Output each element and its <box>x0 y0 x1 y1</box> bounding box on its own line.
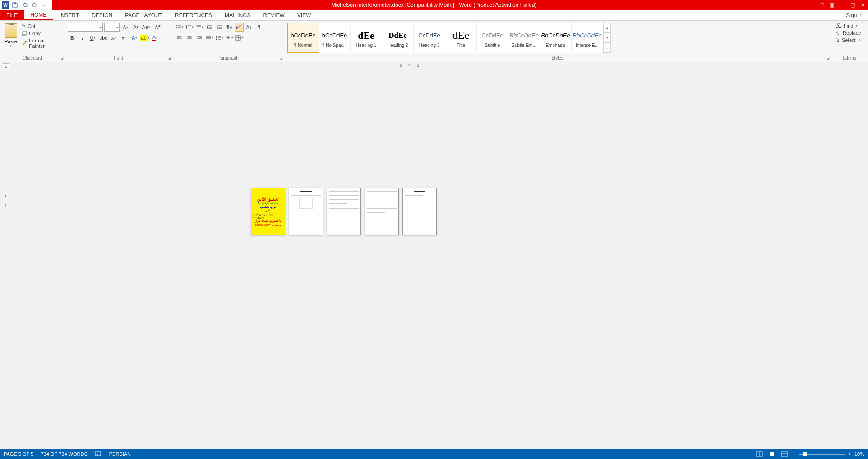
group-styles: bCcDdEe¶ Normal bCcDdEe¶ No Spac... dEeH… <box>284 21 831 62</box>
minimize-button[interactable]: — <box>840 2 845 8</box>
tab-view[interactable]: VIEW <box>291 10 318 20</box>
paste-button[interactable]: Paste ▾ <box>3 23 19 55</box>
tab-home[interactable]: HOME <box>24 10 53 20</box>
cut-button[interactable]: ✂ Cut <box>21 23 62 29</box>
vertical-ruler[interactable]: 2 4 6 8 <box>2 193 9 227</box>
paste-label: Paste <box>5 39 17 44</box>
tab-design[interactable]: DESIGN <box>85 10 119 20</box>
style-subtle-emphasis[interactable]: BbCcDdEeSubtle Em... <box>508 23 540 53</box>
document-area[interactable]: 2 4 6 8 تحقیق آنلاین Tahghighonline.ir م… <box>0 72 868 449</box>
line-spacing-button[interactable] <box>215 33 224 42</box>
styles-launcher[interactable]: ◢ <box>826 56 829 60</box>
tab-review[interactable]: REVIEW <box>257 10 291 20</box>
subscript-button[interactable]: x2 <box>109 33 118 42</box>
undo-button[interactable] <box>21 1 29 9</box>
numbering-button[interactable]: 12 <box>185 23 194 32</box>
shading-button[interactable] <box>225 33 234 42</box>
change-case-button[interactable]: Aa <box>142 23 151 32</box>
underline-button[interactable]: U <box>88 33 97 42</box>
style-emphasis[interactable]: BbCcDdEeEmphasis <box>540 23 572 53</box>
replace-button[interactable]: abac Replace <box>834 30 865 36</box>
bullets-button[interactable] <box>175 23 184 32</box>
superscript-button[interactable]: x2 <box>120 33 129 42</box>
style-subtitle[interactable]: CcDdEeSubtitle <box>477 23 508 53</box>
clear-formatting-button[interactable]: A◢ <box>152 23 161 32</box>
align-right-button[interactable] <box>195 33 204 42</box>
zoom-in-button[interactable]: + <box>848 451 851 457</box>
language-status[interactable]: PERSIAN <box>109 451 131 457</box>
align-center-button[interactable] <box>185 33 194 42</box>
spellcheck-icon[interactable] <box>95 451 102 457</box>
style-intense-emphasis[interactable]: BbCcDdEeIntense E... <box>572 23 603 53</box>
paragraph-launcher[interactable]: ◢ <box>280 56 282 60</box>
shrink-font-button[interactable]: A▾ <box>131 23 140 32</box>
print-layout-button[interactable] <box>767 450 776 458</box>
brush-icon <box>22 41 27 46</box>
font-launcher[interactable]: ◢ <box>168 56 171 60</box>
zoom-out-button[interactable]: − <box>793 451 795 457</box>
read-mode-button[interactable] <box>755 450 764 458</box>
page-5[interactable] <box>402 188 437 235</box>
qat-customize-button[interactable]: ▾ <box>41 1 49 9</box>
word-count[interactable]: 734 OF 734 WORDS <box>41 451 87 457</box>
page-3[interactable] <box>327 188 361 235</box>
grow-font-button[interactable]: A▴ <box>121 23 130 32</box>
align-left-button[interactable] <box>175 33 184 42</box>
tab-mailings[interactable]: MAILINGS <box>218 10 257 20</box>
highlight-button[interactable]: ab <box>140 33 149 42</box>
font-name-combo[interactable]: ▾ <box>68 23 103 32</box>
ltr-button[interactable]: ¶◂ <box>225 23 234 32</box>
bold-button[interactable]: B <box>68 33 77 42</box>
tab-insert[interactable]: INSERT <box>53 10 85 20</box>
borders-button[interactable] <box>235 33 244 42</box>
page-4[interactable] <box>365 188 399 235</box>
show-marks-button[interactable]: ¶ <box>254 23 263 32</box>
ribbon: Paste ▾ ✂ Cut Copy Format Painter Clipbo… <box>0 21 868 62</box>
font-color-button[interactable]: A <box>151 33 160 42</box>
tab-file[interactable]: FILE <box>0 10 24 20</box>
style-heading3[interactable]: CcDdEeHeading 3 <box>414 23 445 53</box>
style-normal[interactable]: bCcDdEe¶ Normal <box>287 23 319 53</box>
style-scroll-up[interactable]: ▴ <box>604 23 610 33</box>
help-button[interactable]: ? <box>821 2 824 8</box>
strikethrough-button[interactable]: abc <box>99 33 108 42</box>
style-nospacing[interactable]: bCcDdEe¶ No Spac... <box>319 23 351 53</box>
web-layout-button[interactable] <box>780 450 789 458</box>
clipboard-launcher[interactable]: ◢ <box>60 56 63 60</box>
horizontal-ruler[interactable]: 6 4 2 <box>400 63 419 68</box>
copy-button[interactable]: Copy <box>21 30 62 37</box>
page-status[interactable]: PAGE 5 OF 5 <box>4 451 33 457</box>
svg-rect-45 <box>770 452 774 456</box>
style-title[interactable]: dEeTitle <box>445 23 477 53</box>
multilevel-list-button[interactable] <box>195 23 204 32</box>
collapse-ribbon-button[interactable]: ⌃ <box>861 21 864 26</box>
maximize-button[interactable]: ▢ <box>850 2 855 8</box>
text-effects-button[interactable]: A <box>130 33 139 42</box>
group-font: ▾ ▾ A▴ A▾ Aa A◢ B I U abc x2 x2 A ab A F… <box>65 21 172 62</box>
signin-link[interactable]: Sign in <box>846 12 863 18</box>
rtl-button[interactable]: ▸¶ <box>235 23 244 32</box>
font-size-combo[interactable]: ▾ <box>104 23 120 32</box>
style-heading1[interactable]: dEeHeading 1 <box>351 23 382 53</box>
tab-page-layout[interactable]: PAGE LAYOUT <box>119 10 169 20</box>
decrease-indent-button[interactable] <box>205 23 214 32</box>
style-scroll-down[interactable]: ▾ <box>604 33 610 43</box>
tab-selector[interactable]: L <box>3 63 9 69</box>
zoom-level[interactable]: 10% <box>854 451 864 457</box>
increase-indent-button[interactable] <box>215 23 224 32</box>
ribbon-display-button[interactable]: ▣ <box>829 2 834 8</box>
style-expand[interactable]: ⌄ <box>604 43 610 53</box>
close-button[interactable]: ✕ <box>861 2 865 8</box>
justify-button[interactable] <box>205 33 214 42</box>
page-2[interactable] <box>289 188 323 235</box>
style-heading2[interactable]: DdEeHeading 2 <box>382 23 414 53</box>
tab-references[interactable]: REFERENCES <box>169 10 218 20</box>
save-button[interactable] <box>11 1 19 9</box>
zoom-slider[interactable] <box>799 454 845 455</box>
select-button[interactable]: Select ▾ <box>834 37 865 43</box>
format-painter-button[interactable]: Format Painter <box>21 37 62 49</box>
sort-button[interactable]: A↓ <box>245 23 254 32</box>
italic-button[interactable]: I <box>78 33 87 42</box>
page-1[interactable]: تحقیق آنلاین Tahghighonline.ir مرجع دانل… <box>251 188 285 235</box>
redo-button[interactable] <box>31 1 39 9</box>
